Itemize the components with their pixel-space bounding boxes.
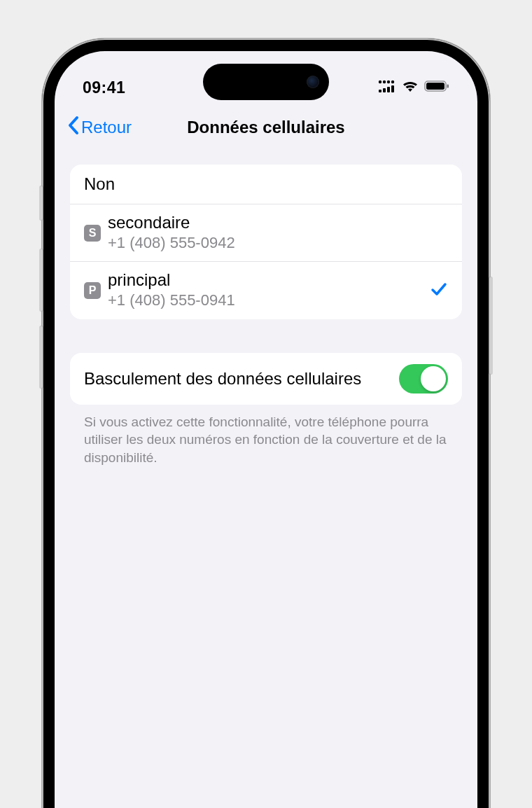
dynamic-island: [203, 64, 329, 100]
sim-label-secondary: secondaire: [108, 213, 448, 233]
svg-rect-7: [391, 85, 394, 92]
side-button: [489, 277, 493, 375]
status-time: 09:41: [83, 78, 125, 97]
sim-badge-primary: P: [84, 282, 101, 299]
svg-rect-6: [387, 87, 390, 92]
cellular-fallback-label: Basculement des données cellulaires: [84, 368, 385, 389]
cellular-lines-group: Non S secondaire +1 (408) 555-0942 P pri…: [70, 165, 462, 319]
status-icons: [378, 80, 449, 95]
cellular-fallback-group: Basculement des données cellulaires: [70, 353, 462, 405]
cellular-fallback-footnote: Si vous activez cette fonctionnalité, vo…: [70, 405, 462, 467]
sim-number-secondary: +1 (408) 555-0942: [108, 233, 448, 253]
option-primary[interactable]: P principal +1 (408) 555-0941: [70, 261, 462, 319]
screen: 09:41: [55, 51, 477, 808]
svg-point-0: [379, 81, 382, 83]
back-label: Retour: [81, 118, 132, 137]
mute-switch: [39, 186, 43, 221]
svg-point-3: [391, 81, 394, 83]
volume-up-button: [39, 249, 43, 312]
sim-number-primary: +1 (408) 555-0941: [108, 291, 430, 311]
option-off-label: Non: [84, 174, 115, 194]
svg-point-1: [383, 81, 386, 83]
svg-rect-4: [379, 90, 382, 92]
svg-rect-10: [447, 85, 449, 88]
svg-point-2: [387, 81, 390, 83]
phone-frame: 09:41: [42, 39, 490, 808]
cellular-fallback-row: Basculement des données cellulaires: [70, 353, 462, 405]
back-button[interactable]: Retour: [67, 116, 132, 139]
sim-badge-secondary: S: [84, 225, 101, 242]
wifi-icon: [402, 80, 419, 95]
cellular-fallback-toggle[interactable]: [399, 364, 448, 393]
battery-icon: [424, 80, 449, 95]
chevron-left-icon: [67, 116, 80, 139]
option-secondary[interactable]: S secondaire +1 (408) 555-0942: [70, 204, 462, 261]
volume-down-button: [39, 326, 43, 389]
front-camera: [307, 76, 319, 88]
svg-rect-9: [426, 83, 444, 90]
nav-bar: Retour Données cellulaires: [55, 107, 477, 148]
switch-knob: [421, 366, 446, 391]
cellular-dual-sim-icon: [378, 80, 396, 95]
svg-rect-5: [383, 88, 386, 92]
checkmark-icon: [430, 280, 448, 301]
option-off[interactable]: Non: [70, 165, 462, 204]
sim-label-primary: principal: [108, 270, 430, 291]
